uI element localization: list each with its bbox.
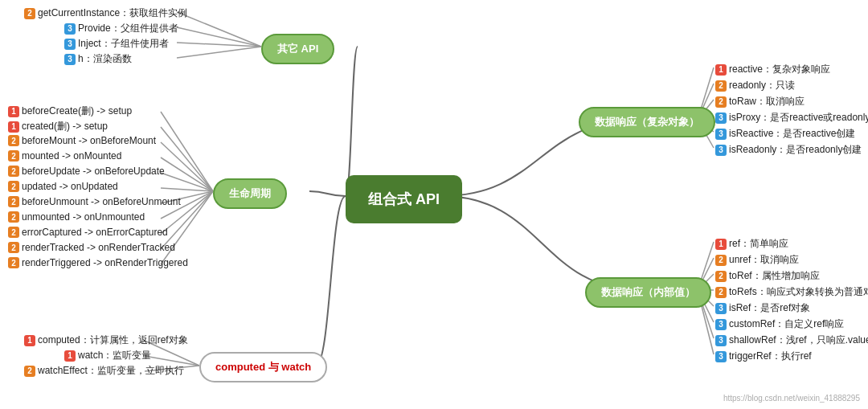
item-text: beforeUpdate -> onBeforeUpdate	[22, 166, 165, 177]
list-item: 1watch：监听变量	[64, 349, 151, 362]
list-item: 2beforeUnmount -> onBeforeUnmount	[8, 196, 181, 207]
list-item: 3isProxy：是否reactive或readonly创建	[715, 111, 868, 125]
badge: 3	[715, 335, 727, 346]
item-text: isRef：是否ref对象	[729, 301, 810, 315]
mind-map: 组合式 API 其它 API 生命周期 computed 与 watch 数据响…	[0, 0, 868, 409]
list-item: 1reactive：复杂对象响应	[715, 63, 830, 76]
list-item: 3isReadonly：是否readonly创建	[715, 143, 862, 157]
list-item: 3isReactive：是否reactive创建	[715, 127, 855, 141]
group-lifecycle: 生命周期	[213, 178, 287, 209]
list-item: 2updated -> onUpdated	[8, 181, 118, 192]
list-item: 3h：渲染函数	[64, 52, 132, 66]
item-text: customRef：自定义ref响应	[729, 317, 844, 331]
badge: 2	[8, 150, 19, 162]
list-item: 2renderTracked -> onRenderTracked	[8, 242, 175, 253]
svg-line-1	[177, 27, 261, 47]
badge: 2	[715, 255, 727, 266]
list-item: 3Inject：子组件使用者	[64, 37, 169, 51]
item-text: unmounted -> onUnmounted	[22, 211, 145, 223]
badge: 1	[64, 350, 76, 362]
group-computed-watch: computed 与 watch	[199, 352, 327, 382]
item-text: isReactive：是否reactive创建	[729, 127, 855, 141]
svg-line-7	[161, 157, 213, 191]
list-item: 2toRef：属性增加响应	[715, 269, 820, 283]
list-item: 2beforeMount -> onBeforeMount	[8, 135, 156, 146]
badge: 3	[715, 319, 727, 330]
list-item: 1ref：简单响应	[715, 237, 788, 251]
svg-line-3	[177, 47, 261, 58]
svg-line-4	[161, 112, 213, 191]
badge: 2	[8, 181, 19, 192]
list-item: 1beforeCreate(删) -> setup	[8, 104, 132, 118]
item-text: computed：计算属性，返回ref对象	[38, 333, 188, 347]
badge: 3	[715, 129, 727, 140]
badge: 2	[8, 166, 19, 177]
badge: 2	[8, 242, 19, 253]
list-item: 2readonly：只读	[715, 79, 795, 92]
badge: 1	[715, 64, 727, 76]
item-text: Inject：子组件使用者	[78, 37, 169, 51]
svg-line-5	[161, 127, 213, 191]
item-text: unref：取消响应	[729, 253, 799, 267]
item-text: isReadonly：是否readonly创建	[729, 143, 862, 157]
item-text: beforeCreate(删) -> setup	[22, 104, 132, 118]
list-item: 2getCurrentInstance：获取组件实例	[24, 6, 187, 20]
item-text: toRaw：取消响应	[729, 95, 805, 108]
item-text: h：渲染函数	[78, 52, 132, 66]
list-item: 3isRef：是否ref对象	[715, 301, 810, 315]
badge: 2	[715, 96, 727, 108]
badge: 1	[24, 335, 35, 346]
item-text: mounted -> onMounted	[22, 150, 121, 162]
list-item: 2unref：取消响应	[715, 253, 799, 267]
badge: 2	[24, 366, 35, 377]
list-item: 1computed：计算属性，返回ref对象	[24, 333, 188, 347]
list-item: 2errorCaptured -> onErrorCaptured	[8, 227, 168, 238]
svg-line-0	[177, 12, 261, 47]
badge: 2	[8, 196, 19, 207]
badge: 1	[8, 106, 19, 117]
badge: 1	[715, 239, 727, 250]
item-text: readonly：只读	[729, 79, 795, 92]
item-text: watch：监听变量	[78, 349, 151, 362]
item-text: Provide：父组件提供者	[78, 22, 178, 35]
list-item: 3triggerRef：执行ref	[715, 350, 812, 363]
list-item: 3shallowRef：浅ref，只响应.value变化	[715, 333, 868, 347]
svg-line-2	[177, 43, 261, 47]
item-text: beforeMount -> onBeforeMount	[22, 135, 156, 146]
item-text: ref：简单响应	[729, 237, 788, 251]
badge: 2	[715, 287, 727, 298]
badge: 3	[715, 145, 727, 156]
list-item: 2unmounted -> onUnmounted	[8, 211, 145, 223]
item-text: renderTriggered -> onRenderTriggered	[22, 257, 188, 268]
badge: 2	[8, 211, 19, 223]
svg-line-8	[161, 173, 213, 191]
badge: 3	[715, 351, 727, 362]
list-item: 2mounted -> onMounted	[8, 150, 121, 162]
item-text: errorCaptured -> onErrorCaptured	[22, 227, 168, 238]
item-text: watchEffect：监听变量，立即执行	[38, 364, 184, 378]
badge: 1	[8, 121, 19, 133]
list-item: 2watchEffect：监听变量，立即执行	[24, 364, 184, 378]
badge: 2	[8, 257, 19, 268]
item-text: toRef：属性增加响应	[729, 269, 820, 283]
group-data-complex: 数据响应（复杂对象）	[579, 107, 715, 137]
list-item: 3Provide：父组件提供者	[64, 22, 178, 35]
badge: 3	[64, 39, 76, 50]
badge: 3	[64, 23, 76, 35]
item-text: renderTracked -> onRenderTracked	[22, 242, 175, 253]
svg-line-6	[161, 142, 213, 191]
list-item: 1created(删) -> setup	[8, 120, 108, 133]
badge: 2	[715, 271, 727, 282]
svg-line-9	[161, 188, 213, 191]
badge: 2	[8, 135, 19, 146]
item-text: toRefs：响应式对象转换为普通对象	[729, 285, 868, 299]
list-item: 2toRaw：取消响应	[715, 95, 805, 108]
list-item: 2renderTriggered -> onRenderTriggered	[8, 257, 188, 268]
list-item: 2toRefs：响应式对象转换为普通对象	[715, 285, 868, 299]
item-text: shallowRef：浅ref，只响应.value变化	[729, 333, 868, 347]
item-text: isProxy：是否reactive或readonly创建	[729, 111, 868, 125]
list-item: 2beforeUpdate -> onBeforeUpdate	[8, 166, 165, 177]
item-text: getCurrentInstance：获取组件实例	[38, 6, 187, 20]
group-data-inner: 数据响应（内部值）	[585, 277, 711, 308]
item-text: created(删) -> setup	[22, 120, 108, 133]
